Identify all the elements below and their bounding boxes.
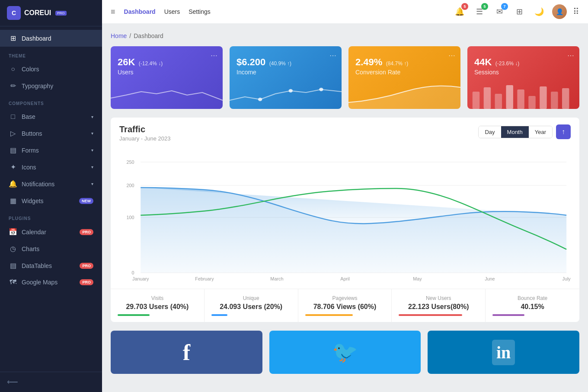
logo-text: COREUI [24, 9, 51, 17]
user-avatar[interactable]: 👤 [552, 4, 567, 19]
chevron-down-icon: ▾ [91, 165, 93, 169]
breadcrumb-home[interactable]: Home [111, 32, 127, 39]
calendar-pro-badge: PRO [80, 229, 93, 235]
dashboard-icon: ⊞ [9, 34, 17, 42]
svg-text:April: April [340, 276, 350, 281]
page-content: Home / Dashboard ⋯ 26K (-12.4% ↓) Users [102, 24, 588, 392]
sidebar-item-label: Buttons [22, 130, 87, 137]
period-month-button[interactable]: Month [501, 126, 529, 138]
sidebar-item-charts[interactable]: ◷ Charts [0, 240, 102, 257]
datatables-pro-badge: PRO [80, 263, 93, 269]
topbar-nav-settings[interactable]: Settings [189, 8, 211, 15]
stat-card-sessions: ⋯ 44K (-23.6% ↓) Sessions [467, 46, 579, 109]
bouncerate-label: Bounce Rate [492, 295, 572, 301]
stat-card-menu-users[interactable]: ⋯ [211, 51, 217, 60]
chevron-down-icon: ▾ [91, 148, 93, 153]
svg-rect-6 [506, 85, 513, 109]
logo-icon: C [7, 6, 21, 20]
traffic-chart-wrap: 250 200 100 0 [111, 142, 579, 289]
sidebar-collapse-icon[interactable]: ⟵ [7, 378, 18, 386]
topbar-actions: 🔔 5 ☰ 5 ✉ 7 ⊞ 🌙 👤 ⠿ [453, 4, 579, 19]
colors-icon: ○ [9, 65, 17, 73]
chevron-down-icon: ▾ [91, 115, 93, 119]
sidebar-item-label: Icons [22, 164, 87, 171]
social-row: f 🐦 in [111, 331, 579, 374]
stat-change-users: (-12.4% ↓) [139, 61, 163, 67]
twitter-card[interactable]: 🐦 [269, 331, 421, 374]
svg-text:200: 200 [126, 183, 134, 188]
traffic-chart-svg: 250 200 100 0 [119, 146, 571, 289]
stat-label-sessions: Sessions [474, 69, 572, 76]
bouncerate-value: 40.15% [492, 303, 572, 311]
datatables-icon: ▤ [9, 261, 17, 270]
sidebar-item-widgets[interactable]: ▦ Widgets NEW [0, 192, 102, 209]
svg-rect-4 [484, 87, 491, 109]
theme-toggle-button[interactable]: 🌙 [532, 5, 546, 19]
chevron-down-icon: ▾ [91, 182, 93, 186]
sidebar-item-label: Colors [22, 66, 93, 73]
stat-chart-conversion [348, 79, 460, 109]
sidebar-item-typography[interactable]: ✏ Typography [0, 77, 102, 94]
stat-card-menu-income[interactable]: ⋯ [329, 51, 336, 60]
topbar-nav-users[interactable]: Users [164, 8, 180, 15]
pageviews-bar [305, 314, 353, 316]
sidebar-item-dashboard[interactable]: ⊞ Dashboard [0, 30, 102, 47]
sidebar-nav: ⊞ Dashboard THEME ○ Colors ✏ Typography … [0, 26, 102, 372]
messages-button[interactable]: ✉ 7 [492, 5, 506, 19]
twitter-icon: 🐦 [332, 340, 358, 364]
calendar-icon: 📅 [9, 228, 17, 236]
breadcrumb: Home / Dashboard [111, 32, 579, 39]
stat-chart-income [230, 79, 342, 109]
sidebar-item-icons[interactable]: ✦ Icons ▾ [0, 159, 102, 175]
sidebar-bottom: ⟵ [0, 372, 102, 392]
sidebar-item-notifications[interactable]: 🔔 Notifications ▾ [0, 175, 102, 192]
sidebar-logo[interactable]: C COREUI PRO [0, 0, 102, 26]
sidebar-item-datatables[interactable]: ▤ DataTables PRO [0, 257, 102, 274]
facebook-card[interactable]: f [111, 331, 262, 374]
tasks-button[interactable]: ☰ 5 [473, 5, 486, 19]
sidebar-item-label: Typography [22, 83, 93, 89]
widgets-icon: ▦ [9, 197, 17, 205]
menu-toggle-icon[interactable]: ≡ [111, 7, 115, 16]
stat-value-users: 26K [118, 57, 135, 67]
period-year-button[interactable]: Year [529, 126, 552, 138]
sidebar-item-calendar[interactable]: 📅 Calendar PRO [0, 223, 102, 240]
svg-text:July: July [562, 276, 571, 281]
plugins-section-title: PLUGINS [0, 209, 102, 223]
notifications-button[interactable]: 🔔 5 [453, 5, 467, 19]
stat-label-users: Users [118, 69, 216, 76]
topbar: ≡ Dashboard Users Settings 🔔 5 ☰ 5 ✉ 7 ⊞ [102, 0, 588, 24]
topbar-nav-dashboard[interactable]: Dashboard [124, 8, 156, 15]
stat-card-menu-sessions[interactable]: ⋯ [567, 51, 574, 60]
avatar-image: 👤 [552, 4, 567, 19]
sidebar-item-colors[interactable]: ○ Colors [0, 61, 102, 77]
stat-value-conversion: 2.49% [355, 57, 382, 67]
svg-point-2 [319, 88, 323, 91]
stat-label-income: Income [236, 69, 335, 76]
sidebar-item-forms[interactable]: ▤ Forms ▾ [0, 142, 102, 159]
pageviews-label: Pageviews [305, 295, 385, 301]
stat-chart-users [111, 79, 223, 109]
translate-button[interactable]: ⊞ [512, 5, 526, 19]
pageviews-value: 78.706 Views (60%) [305, 303, 385, 311]
icons-icon: ✦ [9, 163, 17, 171]
svg-text:May: May [413, 276, 422, 281]
sidebar-item-googlemaps[interactable]: 🗺 Google Maps PRO [0, 274, 102, 290]
download-button[interactable]: ↑ [556, 124, 571, 139]
period-day-button[interactable]: Day [479, 126, 501, 138]
translate-icon: ⊞ [516, 7, 523, 16]
forms-icon: ▤ [9, 146, 17, 154]
linkedin-card[interactable]: in [428, 331, 579, 374]
sidebar-item-buttons[interactable]: ▷ Buttons ▾ [0, 125, 102, 142]
stats-row: ⋯ 26K (-12.4% ↓) Users ⋯ $6.200 (40.9% ↑… [111, 46, 579, 109]
visits-bar [118, 314, 150, 316]
buttons-icon: ▷ [9, 129, 17, 137]
traffic-subtitle: January - June 2023 [119, 135, 171, 142]
apps-grid-icon[interactable]: ⠿ [573, 6, 579, 17]
stat-card-menu-conversion[interactable]: ⋯ [448, 51, 455, 60]
sidebar-item-base[interactable]: □ Base ▾ [0, 108, 102, 125]
svg-text:February: February [195, 276, 214, 281]
traffic-title-group: Traffic January - June 2023 [119, 124, 171, 142]
svg-text:250: 250 [126, 159, 134, 165]
sidebar-item-label: Widgets [22, 198, 75, 204]
